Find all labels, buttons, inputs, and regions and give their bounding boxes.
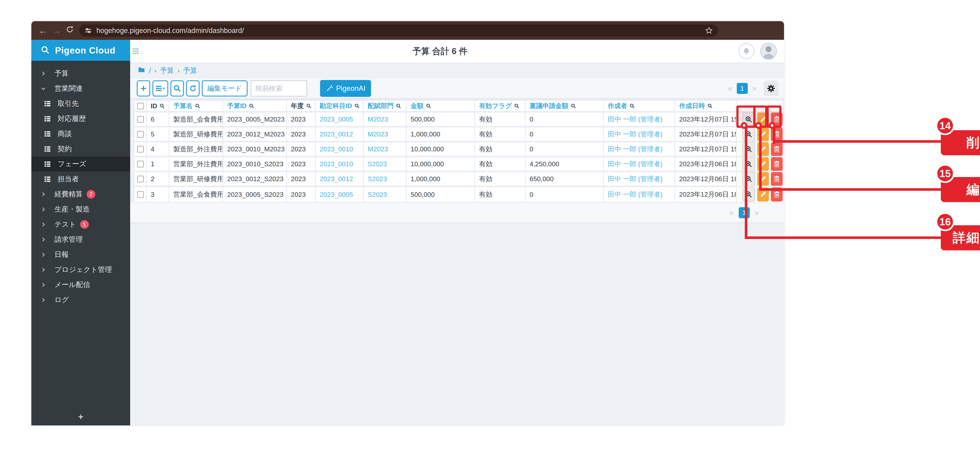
table-cell-配賦部門[interactable]: S2023: [364, 172, 407, 186]
column-header[interactable]: 有効フラグ: [475, 101, 526, 111]
table-cell-作成者[interactable]: 田中 一郎 (管理者): [604, 157, 675, 171]
column-search-icon[interactable]: [426, 103, 431, 108]
column-header[interactable]: 金額: [407, 101, 475, 111]
add-record-button[interactable]: [137, 80, 150, 96]
reload-icon[interactable]: [63, 25, 76, 36]
table-cell-作成者[interactable]: 田中 一郎 (管理者): [604, 172, 675, 186]
column-search-icon[interactable]: [707, 103, 713, 108]
row-checkbox[interactable]: [137, 175, 144, 182]
column-search-icon[interactable]: [630, 103, 635, 108]
column-search-icon[interactable]: [514, 103, 519, 108]
edit-button[interactable]: [757, 128, 769, 141]
detail-button[interactable]: [742, 142, 755, 156]
table-cell-配賦部門[interactable]: S2023: [364, 157, 407, 171]
url-bar[interactable]: hogehoge.pigeon-cloud.com/admin/dashboar…: [79, 24, 718, 37]
sidebar-item[interactable]: 請求管理: [31, 232, 130, 247]
table-cell-勘定科目ID[interactable]: 2023_0005: [316, 187, 364, 202]
sidebar-item[interactable]: 取引先: [31, 96, 130, 111]
pagination-next[interactable]: »: [754, 208, 759, 217]
column-search-icon[interactable]: [306, 103, 312, 108]
search-button[interactable]: [170, 80, 184, 96]
detail-button[interactable]: [742, 128, 755, 141]
breadcrumb-root[interactable]: /: [149, 67, 151, 75]
table-cell-配賦部門[interactable]: S2023: [364, 187, 407, 202]
pagination-page-1[interactable]: 1: [737, 83, 748, 94]
sidebar-item[interactable]: 対応履歴: [31, 111, 130, 126]
bookmark-star-icon[interactable]: [705, 27, 713, 35]
edit-button[interactable]: [757, 142, 769, 156]
detail-button[interactable]: [742, 157, 755, 171]
sidebar-item[interactable]: 経費精算 7: [31, 187, 130, 202]
delete-button[interactable]: [771, 128, 783, 141]
table-cell-作成者[interactable]: 田中 一郎 (管理者): [604, 187, 675, 202]
back-icon[interactable]: ←: [37, 25, 50, 36]
table-cell-配賦部門[interactable]: M2023: [364, 142, 407, 156]
menu-toggle-button[interactable]: [130, 40, 142, 62]
user-avatar[interactable]: [760, 43, 777, 60]
column-search-icon[interactable]: [396, 103, 401, 108]
sidebar-item[interactable]: フェーズ: [31, 156, 130, 172]
row-checkbox[interactable]: [137, 191, 144, 198]
row-checkbox[interactable]: [137, 146, 144, 153]
table-cell-配賦部門[interactable]: M2023: [364, 128, 407, 141]
search-icon[interactable]: [41, 45, 50, 55]
column-header[interactable]: ID: [147, 101, 169, 111]
sidebar-item[interactable]: 契約: [31, 141, 130, 156]
table-cell-勘定科目ID[interactable]: 2023_0010: [316, 157, 364, 171]
column-search-icon[interactable]: [195, 103, 200, 108]
column-search-icon[interactable]: [571, 103, 576, 108]
table-cell-作成者[interactable]: 田中 一郎 (管理者): [604, 142, 675, 156]
row-checkbox[interactable]: [137, 131, 144, 138]
column-header[interactable]: 勘定科目ID: [316, 101, 364, 111]
column-header[interactable]: 作成者: [604, 101, 675, 111]
site-settings-icon[interactable]: [84, 27, 92, 35]
column-header[interactable]: 予算ID: [223, 101, 287, 111]
breadcrumb-segment-2[interactable]: 予算: [183, 66, 197, 75]
table-cell-勘定科目ID[interactable]: 2023_0005: [316, 113, 364, 126]
column-search-icon[interactable]: [249, 103, 254, 108]
edit-mode-button[interactable]: 編集モード: [202, 80, 248, 96]
sidebar-item[interactable]: プロジェクト管理: [31, 262, 130, 277]
table-cell-作成者[interactable]: 田中 一郎 (管理者): [604, 113, 675, 126]
quick-search-input[interactable]: [251, 80, 307, 96]
list-options-button[interactable]: [153, 80, 168, 96]
pagination-prev[interactable]: «: [729, 208, 734, 217]
edit-button[interactable]: [757, 172, 769, 186]
sidebar-item[interactable]: 商談: [31, 126, 130, 141]
sidebar-item[interactable]: ログ: [31, 292, 130, 308]
table-cell-配賦部門[interactable]: M2023: [364, 113, 407, 126]
edit-button[interactable]: [757, 157, 769, 171]
sidebar-item[interactable]: 生産・製造: [31, 202, 130, 217]
sidebar-item[interactable]: 予算: [31, 66, 130, 81]
pigeon-ai-button[interactable]: PigeonAI: [320, 80, 371, 97]
select-all-checkbox[interactable]: [137, 103, 144, 109]
column-header[interactable]: 予算名: [169, 101, 223, 111]
detail-button[interactable]: [742, 187, 755, 201]
row-checkbox[interactable]: [137, 116, 144, 123]
sidebar-item[interactable]: 日報: [31, 247, 130, 262]
column-search-icon[interactable]: [159, 103, 165, 108]
sidebar-item[interactable]: メール配信: [31, 277, 130, 292]
column-header[interactable]: 配賦部門: [364, 101, 407, 111]
column-header[interactable]: 稟議申請金額: [526, 101, 604, 111]
delete-button[interactable]: [771, 142, 783, 156]
table-cell-勘定科目ID[interactable]: 2023_0010: [316, 142, 364, 156]
column-search-icon[interactable]: [354, 103, 360, 108]
table-cell-勘定科目ID[interactable]: 2023_0012: [316, 172, 364, 186]
breadcrumb-segment-1[interactable]: 予算: [160, 66, 174, 75]
pagination-prev[interactable]: «: [728, 84, 732, 93]
column-header[interactable]: 作成日時: [675, 101, 737, 111]
detail-button[interactable]: [742, 172, 755, 186]
pagination-next[interactable]: »: [752, 84, 757, 93]
row-checkbox[interactable]: [137, 161, 144, 167]
table-cell-作成者[interactable]: 田中 一郎 (管理者): [604, 128, 675, 141]
settings-button[interactable]: [764, 81, 778, 96]
column-header[interactable]: 年度: [287, 101, 316, 111]
sidebar-item[interactable]: テスト 1: [31, 217, 130, 232]
refresh-button[interactable]: [186, 80, 199, 96]
sidebar-item[interactable]: 担当者: [31, 172, 130, 187]
table-cell-勘定科目ID[interactable]: 2023_0012: [316, 128, 364, 141]
forward-icon[interactable]: →: [50, 25, 63, 36]
sidebar-item[interactable]: 営業関連: [31, 81, 130, 96]
delete-button[interactable]: [771, 157, 783, 171]
